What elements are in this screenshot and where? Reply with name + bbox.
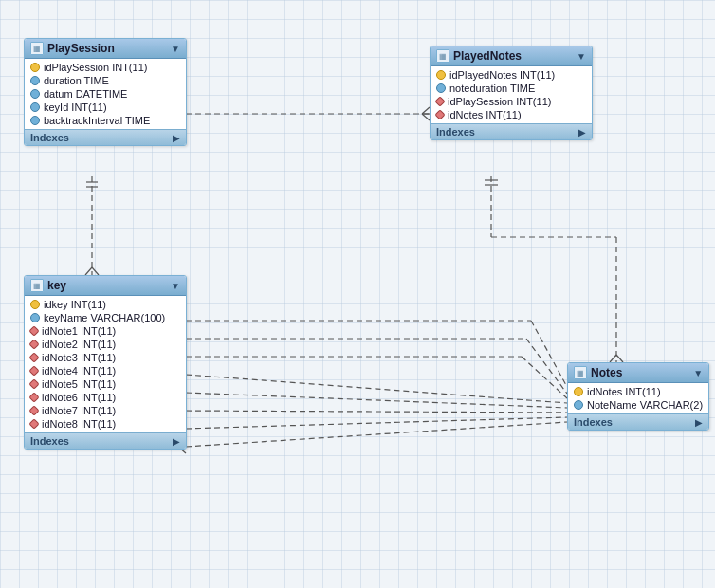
- indexes-arrow[interactable]: ▶: [578, 127, 586, 138]
- svg-line-29: [186, 411, 567, 413]
- svg-line-1: [422, 107, 430, 114]
- table-playsession: ▦ PlaySession ▼ idPlaySession INT(11) du…: [24, 38, 187, 146]
- fk-icon: [28, 365, 39, 376]
- field-duration-label: duration TIME: [44, 75, 109, 86]
- regular-icon: [574, 400, 583, 410]
- table-notes: ▦ Notes ▼ idNotes INT(11) NoteName VARCH…: [567, 362, 709, 431]
- field-idnote2-label: idNote2 INT(11): [42, 339, 116, 350]
- field-idnote5: idNote5 INT(11): [25, 377, 186, 391]
- field-idnote2: idNote2 INT(11): [25, 338, 186, 351]
- table-playsession-arrow[interactable]: ▼: [171, 44, 180, 54]
- field-idplaysession: idPlaySession INT(11): [25, 61, 186, 74]
- fk-icon: [28, 392, 39, 402]
- indexes-arrow[interactable]: ▶: [695, 417, 703, 428]
- fk-icon: [28, 325, 39, 336]
- field-idplaysession-label: idPlaySession INT(11): [44, 62, 147, 73]
- table-playsession-header[interactable]: ▦ PlaySession ▼: [25, 39, 186, 59]
- table-key-icon: ▦: [30, 279, 44, 292]
- fk-icon: [28, 418, 39, 429]
- field-notename-label: NoteName VARCHAR(2): [587, 399, 703, 411]
- table-playednotes-icon: ▦: [436, 49, 449, 63]
- table-notes-title: Notes: [591, 366, 689, 379]
- field-idnote3-label: idNote3 INT(11): [42, 352, 116, 363]
- fk-icon: [434, 109, 445, 119]
- regular-icon: [30, 116, 40, 125]
- table-playsession-title: PlaySession: [47, 42, 167, 55]
- table-key-arrow[interactable]: ▼: [171, 281, 180, 291]
- pk-icon: [30, 300, 40, 309]
- table-key: ▦ key ▼ idkey INT(11) keyName VARCHAR(10…: [24, 275, 187, 450]
- field-idnote1-label: idNote1 INT(11): [42, 325, 116, 337]
- table-notes-arrow[interactable]: ▼: [693, 368, 703, 378]
- field-idplayednotes: idPlayedNotes INT(11): [431, 68, 592, 82]
- indexes-arrow[interactable]: ▶: [173, 133, 180, 143]
- field-keyname-label: keyName VARCHAR(100): [44, 312, 165, 323]
- table-playsession-fields: idPlaySession INT(11) duration TIME datu…: [25, 59, 186, 129]
- svg-line-12: [531, 321, 567, 387]
- field-idnote7-label: idNote7 INT(11): [42, 405, 116, 416]
- regular-icon: [30, 102, 40, 112]
- table-playednotes: ▦ PlayedNotes ▼ idPlayedNotes INT(11) no…: [430, 46, 593, 140]
- fk-icon: [434, 96, 445, 106]
- field-idnote6: idNote6 INT(11): [25, 391, 186, 404]
- pk-icon: [30, 63, 40, 72]
- svg-line-32: [186, 417, 567, 429]
- indexes-label: Indexes: [30, 132, 69, 143]
- table-key-header[interactable]: ▦ key ▼: [25, 276, 186, 296]
- table-notes-header[interactable]: ▦ Notes ▼: [568, 363, 708, 383]
- table-key-title: key: [47, 279, 167, 292]
- field-idnotes-fk-label: idNotes INT(11): [448, 109, 522, 120]
- svg-line-2: [422, 114, 430, 120]
- fk-icon: [28, 405, 39, 415]
- field-idnote5-label: idNote5 INT(11): [42, 378, 116, 390]
- field-idnotes-fk: idNotes INT(11): [431, 108, 592, 121]
- regular-icon: [30, 89, 40, 99]
- svg-line-23: [186, 375, 567, 403]
- field-idplaysession-fk: idPlaySession INT(11): [431, 95, 592, 108]
- indexes-label: Indexes: [436, 126, 475, 138]
- field-notename: NoteName VARCHAR(2): [568, 398, 708, 412]
- field-idplayednotes-label: idPlayedNotes INT(11): [449, 69, 555, 81]
- field-idnotes-label: idNotes INT(11): [587, 386, 661, 397]
- svg-line-35: [186, 422, 567, 447]
- svg-line-9: [85, 267, 92, 275]
- fk-icon: [28, 339, 39, 349]
- svg-line-26: [186, 393, 567, 408]
- table-playsession-indexes[interactable]: Indexes ▶: [25, 129, 186, 145]
- field-duration: duration TIME: [25, 74, 186, 87]
- table-notes-indexes[interactable]: Indexes ▶: [568, 413, 708, 430]
- field-keyname: keyName VARCHAR(100): [25, 311, 186, 324]
- table-key-fields: idkey INT(11) keyName VARCHAR(100) idNot…: [25, 296, 186, 432]
- field-keyid-label: keyId INT(11): [44, 101, 107, 113]
- svg-line-41: [610, 355, 616, 362]
- indexes-label: Indexes: [30, 435, 69, 447]
- table-playednotes-indexes[interactable]: Indexes ▶: [431, 123, 592, 139]
- field-idkey-label: idkey INT(11): [44, 299, 106, 310]
- regular-icon: [30, 313, 40, 322]
- table-playednotes-arrow[interactable]: ▼: [577, 51, 586, 62]
- field-noteduration-label: noteduration TIME: [449, 83, 535, 94]
- field-noteduration: noteduration TIME: [431, 82, 592, 95]
- svg-line-42: [616, 355, 623, 362]
- field-idplaysession-fk-label: idPlaySession INT(11): [448, 96, 551, 107]
- indexes-label: Indexes: [574, 416, 613, 428]
- table-playsession-icon: ▦: [30, 42, 44, 55]
- table-playednotes-title: PlayedNotes: [453, 49, 573, 63]
- field-idnotes: idNotes INT(11): [568, 385, 708, 398]
- field-idnote8: idNote8 INT(11): [25, 417, 186, 431]
- table-notes-fields: idNotes INT(11) NoteName VARCHAR(2): [568, 383, 708, 413]
- regular-icon: [30, 76, 40, 85]
- table-key-indexes[interactable]: Indexes ▶: [25, 432, 186, 449]
- field-backtrack-label: backtrackInterval TIME: [44, 115, 150, 126]
- fk-icon: [28, 378, 39, 389]
- field-datum: datum DATETIME: [25, 87, 186, 101]
- indexes-arrow[interactable]: ▶: [173, 436, 180, 447]
- fk-icon: [28, 352, 39, 362]
- pk-icon: [574, 387, 583, 396]
- table-playednotes-header[interactable]: ▦ PlayedNotes ▼: [431, 46, 592, 66]
- field-idnote3: idNote3 INT(11): [25, 351, 186, 364]
- field-datum-label: datum DATETIME: [44, 88, 127, 100]
- field-idnote4: idNote4 INT(11): [25, 364, 186, 377]
- field-idnote6-label: idNote6 INT(11): [42, 392, 116, 403]
- table-playednotes-fields: idPlayedNotes INT(11) noteduration TIME …: [431, 66, 592, 123]
